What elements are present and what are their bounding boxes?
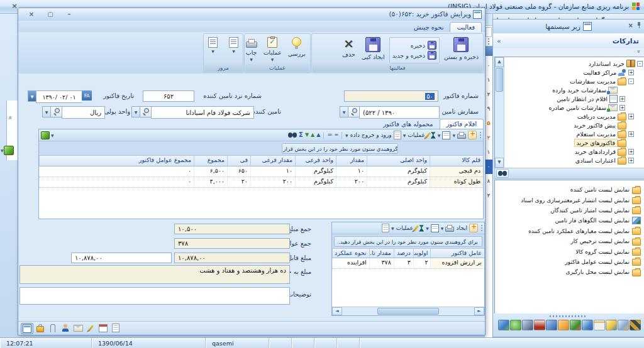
drag-handle[interactable]	[550, 315, 587, 317]
tree-item-purchase-contracts[interactable]: +قراردادهای خرید	[504, 147, 644, 156]
chevron-collapse-icon[interactable]: »	[497, 37, 501, 45]
tree-scrollbar[interactable]: ▲ ▼	[495, 57, 504, 168]
add-row-icon[interactable]	[468, 131, 477, 139]
chevron-down-icon[interactable]: ▼	[452, 133, 455, 138]
move-up-icon[interactable]: ▲	[311, 132, 314, 138]
items-row-1[interactable]: دم قیچی کیلوگرم ۱۰ کیلوگرم ۱۰ ۶۵۰ ۶,۵۰۰ …	[39, 166, 483, 177]
cell-sub-unit[interactable]: کیلوگرم	[295, 177, 336, 187]
chevron-down-icon[interactable]: ▼	[51, 133, 54, 138]
cell-main-unit[interactable]: کیلوگرم	[367, 166, 430, 177]
module-icon[interactable]	[594, 320, 605, 330]
cell-unit-price[interactable]: ۲۰	[227, 177, 250, 187]
print-menu-button[interactable]: چاپ▼	[243, 36, 260, 63]
supplier-field[interactable]: شرکت فولاد فام اسپادانا ▼	[131, 106, 254, 117]
scroll-down-icon[interactable]: ▼	[495, 158, 504, 168]
tree-item-standard-purchase[interactable]: -خرید استاندارد	[504, 59, 644, 68]
panel-header[interactable]: زیر سیستمها ×	[493, 19, 644, 34]
col-priority[interactable]: اولویت	[413, 249, 431, 258]
operations-menu[interactable]: عملیات	[408, 132, 425, 138]
col-factors-total[interactable]: مجموع عوامل فاکتور	[39, 156, 194, 166]
col-total[interactable]: مجموع	[194, 156, 227, 166]
col-factor[interactable]: عامل فاکتور	[430, 249, 484, 258]
items-row-2[interactable]: طول کوتاه کیلوگرم ۲۰۰ کیلوگرم ۲۰۰ ۲۰ ۴,۰…	[39, 177, 483, 188]
col-item[interactable]: قلم کالا	[430, 156, 483, 166]
scroll-left-icon[interactable]: ◄	[332, 307, 342, 315]
cell-main-unit[interactable]: کیلوگرم	[367, 177, 430, 187]
import-export-menu[interactable]: ورود و خروج داده	[350, 132, 392, 138]
col-unit-price[interactable]: فی	[227, 156, 250, 166]
tree-toggle[interactable]: +	[628, 114, 634, 119]
link-supplier-list[interactable]: نمایش لیست تامین کننده	[495, 185, 644, 195]
lookup-button[interactable]	[140, 106, 151, 117]
module-icon[interactable]	[618, 320, 629, 330]
next-record-button[interactable]: ▼	[226, 36, 242, 55]
module-icon[interactable]	[558, 320, 569, 330]
dropdown-button[interactable]: ▼	[42, 106, 50, 117]
link-supplier-score-list[interactable]: نمایش لیست امتیاز تامین کنندگان	[495, 205, 644, 215]
tree-item-purchase-invoices[interactable]: فاکتورهای خرید	[504, 138, 644, 147]
tab-activity[interactable]: فعالیت	[450, 22, 482, 32]
cell-quantity[interactable]: ۲۰۰	[336, 177, 367, 187]
tree-item-inquiry-management[interactable]: +مدیریت استعلام	[504, 129, 644, 138]
cell-factors-total[interactable]: ۰	[39, 177, 194, 187]
pin-icon[interactable]	[636, 22, 642, 29]
data-io-icon[interactable]	[382, 224, 389, 232]
operations-menu[interactable]: عملیات	[396, 225, 413, 231]
items-group-panel[interactable]: براي گروهبندي ستون مورد نظر خود را در اي…	[39, 141, 483, 156]
scrollbar-thumb[interactable]	[377, 308, 439, 315]
col-quantity[interactable]: مقدار	[336, 156, 367, 166]
module-icon[interactable]	[510, 320, 521, 330]
cell-sub-unit[interactable]: کیلوگرم	[295, 166, 336, 177]
chevron-down-icon[interactable]: ▼	[441, 226, 444, 231]
scroll-up-icon[interactable]: ▲	[495, 57, 504, 67]
module-icon[interactable]	[582, 320, 593, 330]
col-main-unit[interactable]: واحد اصلی	[367, 156, 430, 166]
factors-row-1[interactable]: بر ارزش افزوده ۲ ۳ ۳۷۸ افزاینده	[332, 258, 484, 269]
chevron-down-icon[interactable]: ▼	[345, 133, 348, 138]
dialog-minimize-icon[interactable]: –	[64, 10, 75, 19]
module-icon[interactable]	[534, 320, 545, 330]
chevron-down-icon[interactable]: »	[7, 116, 14, 119]
layout-icon[interactable]	[431, 224, 439, 232]
sign-button[interactable]	[85, 323, 96, 333]
close-icon[interactable]: ×	[628, 22, 633, 29]
cell-amount[interactable]: ۳۷۸	[369, 258, 394, 268]
tree-toggle[interactable]: +	[628, 149, 634, 155]
section-header-procurement[interactable]: تدارکات »	[493, 33, 644, 49]
dialog-close-icon[interactable]: ×	[26, 10, 37, 19]
chevron-down-icon[interactable]: ▼	[426, 226, 429, 231]
col-sub-quantity[interactable]: مقدار فرعی	[250, 156, 295, 166]
col-mode[interactable]: نحوه عملکرد	[332, 249, 369, 258]
print-icon[interactable]	[445, 227, 454, 232]
collapse-all-icon[interactable]: ≡	[334, 132, 338, 138]
tab-invoice-shipments[interactable]: محموله های فاکتور	[377, 119, 439, 129]
link-invalidation-publish-list[interactable]: نمایش لیست انتشار غیرمعتبرسازی روی اسناد	[495, 195, 644, 205]
module-icon[interactable]	[546, 320, 557, 330]
cell-factors-total[interactable]: ۰	[39, 166, 194, 177]
scrollbar-thumb[interactable]	[496, 68, 503, 92]
link-goods-group-list[interactable]: نمایش لیست گروه کالا	[495, 246, 644, 256]
tree-item-issued-supply-orders[interactable]: +سفارشات تامین صادره	[504, 103, 644, 112]
dropdown-button[interactable]: ▼	[131, 106, 140, 117]
lock-button[interactable]	[35, 323, 46, 333]
chevron-down-icon[interactable]: ▼	[403, 133, 406, 138]
chevron-up-icon[interactable]: »	[635, 50, 641, 53]
move-top-icon[interactable]: ▲	[316, 132, 320, 138]
tree-toggle[interactable]: +	[619, 96, 625, 102]
scroll-right-icon[interactable]: ►	[474, 307, 484, 315]
invoice-no-field[interactable]: ۵۰	[344, 90, 438, 102]
delete-button[interactable]: × حذف	[339, 36, 358, 59]
link-work-clearance-list[interactable]: نمایش لیست ترخیص کار	[495, 236, 644, 246]
create-button[interactable]: ایجاد	[456, 225, 467, 231]
supplier-no-field[interactable]: ۶۵۲	[143, 90, 194, 102]
document-button[interactable]	[110, 323, 121, 333]
tab-invoice-items[interactable]: اقلام فاکتور	[440, 119, 484, 129]
move-down-icon[interactable]: ▼	[305, 132, 309, 138]
binoculars-button[interactable]	[496, 169, 509, 178]
collapse-strip[interactable]: »	[493, 48, 644, 57]
module-icon[interactable]	[606, 320, 617, 330]
cell-total[interactable]: ۶,۵۰۰	[194, 166, 227, 177]
factors-group-panel[interactable]: براي گروهبندي ستون مورد نظر خود را در اي…	[332, 234, 484, 249]
dropdown-button[interactable]: ▼	[340, 106, 348, 117]
chevron-more-icon[interactable]: »	[636, 321, 641, 329]
